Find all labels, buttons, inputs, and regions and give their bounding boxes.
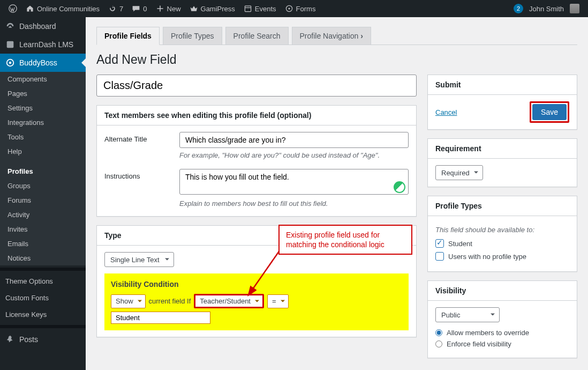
cancel-link[interactable]: Cancel (435, 108, 457, 116)
visibility-enforce-row[interactable]: Enforce field visibility (435, 340, 569, 348)
annotation-callout: Existing profile field used for matching… (278, 225, 412, 255)
crown-icon (190, 4, 198, 13)
instructions-label: Instructions (104, 169, 179, 208)
profile-type-notype-checkbox[interactable] (435, 252, 444, 261)
avatar (570, 4, 579, 13)
admin-sidebar: Dashboard LearnDash LMS BuddyBoss Compon… (0, 17, 86, 370)
alternate-title-input[interactable] (179, 132, 409, 148)
user-notif-badge: 2 (514, 4, 523, 13)
grammarly-icon (394, 181, 405, 193)
forms-icon (285, 4, 293, 13)
sub-forums[interactable]: Forums (0, 193, 86, 208)
sub-help[interactable]: Help (0, 144, 86, 159)
annotation-text: Existing profile field used for matching… (286, 231, 385, 249)
buddyboss-icon (5, 58, 15, 68)
visibility-postbox: Visibility Public Allow members to overr… (427, 280, 577, 358)
save-button[interactable]: Save (532, 104, 567, 120)
gamipress-menu[interactable]: GamiPress (185, 0, 239, 17)
tab-profile-search[interactable]: Profile Search (225, 27, 289, 45)
text-members-postbox-title: Text members see when editing this profi… (97, 106, 416, 125)
calendar-icon (244, 4, 252, 13)
visibility-allow-radio[interactable] (435, 329, 442, 336)
menu-theme-options[interactable]: Theme Options (0, 273, 86, 290)
new-content-menu[interactable]: New (152, 0, 185, 17)
menu-custom-fonts[interactable]: Custom Fonts (0, 290, 86, 306)
update-icon (108, 4, 117, 13)
site-name-label: Online Communities (37, 5, 100, 13)
sub-profiles[interactable]: Profiles (0, 164, 86, 179)
visibility-allow-row[interactable]: Allow members to override (435, 329, 569, 337)
tab-profile-navigation[interactable]: Profile Navigation › (292, 27, 371, 45)
visibility-enforce-radio[interactable] (435, 341, 442, 347)
new-label: New (167, 5, 181, 13)
comment-icon (132, 4, 140, 13)
profile-type-student-row[interactable]: Student (435, 239, 569, 248)
sub-components[interactable]: Components (0, 72, 86, 86)
site-name-menu[interactable]: Online Communities (21, 0, 104, 17)
wp-logo-menu[interactable] (4, 0, 21, 17)
text-members-postbox: Text members see when editing this profi… (96, 105, 417, 217)
menu-learndash[interactable]: LearnDash LMS (0, 35, 86, 54)
tab-profile-fields[interactable]: Profile Fields (96, 27, 160, 45)
tab-profile-navigation-label: Profile Navigation (300, 32, 359, 40)
updates-menu[interactable]: 7 (104, 0, 127, 17)
page-title: Add New Field (96, 53, 577, 67)
field-type-select[interactable]: Single Line Text (104, 252, 174, 267)
profile-nav-tabs: Profile Fields Profile Types Profile Sea… (96, 27, 577, 45)
user-menu[interactable]: 2 John Smith (509, 0, 584, 17)
sub-tools[interactable]: Tools (0, 130, 86, 144)
sub-groups[interactable]: Groups (0, 179, 86, 193)
instructions-input[interactable] (179, 169, 409, 195)
visibility-select[interactable]: Public (435, 307, 500, 322)
comments-count: 0 (143, 5, 147, 13)
menu-buddyboss[interactable]: BuddyBoss (0, 54, 86, 72)
home-icon (26, 4, 34, 13)
tab-profile-types[interactable]: Profile Types (163, 27, 222, 45)
sub-settings[interactable]: Settings (0, 101, 86, 115)
visibility-postbox-title: Visibility (428, 281, 577, 301)
visibility-condition-box: Visibility Condition Show current field … (104, 273, 409, 330)
cond-value-input[interactable] (111, 312, 210, 324)
svg-point-0 (9, 5, 17, 12)
sub-notices[interactable]: Notices (0, 251, 86, 265)
svg-point-6 (9, 62, 12, 64)
comments-menu[interactable]: 0 (127, 0, 151, 17)
cond-operator-select[interactable]: = (267, 294, 289, 308)
visibility-allow-label: Allow members to override (447, 329, 529, 337)
field-type-value: Single Line Text (110, 256, 160, 264)
sub-integrations[interactable]: Integrations (0, 115, 86, 130)
cond-field-value: Teacher/Student (200, 297, 251, 305)
profile-type-student-checkbox[interactable] (435, 239, 444, 248)
field-name-input[interactable] (96, 75, 417, 97)
menu-dashboard-label: Dashboard (19, 22, 56, 31)
sub-pages[interactable]: Pages (0, 86, 86, 101)
cond-show-value: Show (116, 297, 133, 305)
cond-field-select[interactable]: Teacher/Student (194, 294, 264, 308)
learndash-icon (5, 40, 15, 49)
requirement-select[interactable]: Required (435, 165, 483, 180)
updates-count: 7 (119, 5, 123, 13)
visibility-condition-title: Visibility Condition (111, 280, 402, 288)
sub-activity[interactable]: Activity (0, 208, 86, 222)
forms-menu[interactable]: Forms (281, 0, 320, 17)
menu-posts-label: Posts (19, 335, 38, 344)
forms-label: Forms (296, 5, 316, 13)
dashboard-icon (5, 21, 15, 31)
alternate-title-label: Alternate Title (104, 132, 179, 159)
cond-current-field-if: current field If (149, 297, 191, 305)
sub-emails[interactable]: Emails (0, 236, 86, 251)
profile-type-notype-row[interactable]: Users with no profile type (435, 252, 569, 261)
profile-types-postbox-title: Profile Types (428, 196, 577, 216)
instructions-hint: Explain to members how best to fill out … (179, 199, 409, 208)
alternate-title-hint: For example, "How old are you?" could be… (179, 151, 409, 159)
cond-show-select[interactable]: Show (111, 294, 146, 308)
menu-license-keys[interactable]: License Keys (0, 306, 86, 323)
events-label: Events (255, 5, 276, 13)
menu-dashboard[interactable]: Dashboard (0, 17, 86, 35)
wordpress-icon (9, 4, 17, 13)
sub-invites[interactable]: Invites (0, 222, 86, 236)
profile-type-notype-label: Users with no profile type (448, 253, 526, 261)
events-menu[interactable]: Events (239, 0, 281, 17)
chevron-right-icon: › (360, 32, 363, 40)
menu-posts[interactable]: Posts (0, 330, 86, 349)
